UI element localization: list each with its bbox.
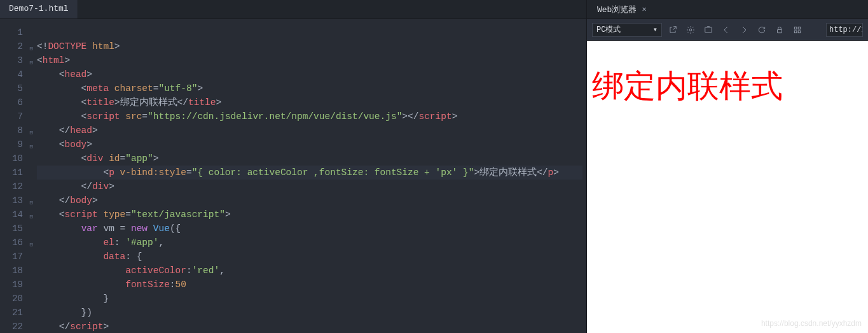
line-number: 4 (0, 67, 27, 81)
code-line: </body> (37, 195, 98, 206)
svg-rect-1 (705, 27, 712, 32)
url-input[interactable]: http://1 (826, 23, 863, 37)
browser-pane: Web浏览器 ✕ PC模式 ▾ http://1 绑定内联样式 https://… (586, 0, 868, 333)
fold-icon[interactable]: ⊟ (30, 42, 33, 56)
gear-icon[interactable] (684, 23, 698, 37)
editor-tab-active[interactable]: Demo7-1.html (0, 0, 78, 18)
line-number: 18 (0, 264, 27, 278)
code-area[interactable]: <!DOCTYPE html> <html> <head> <meta char… (27, 19, 586, 333)
fold-icon[interactable]: ⊟ (30, 140, 33, 154)
line-number: 8⊟ (0, 124, 27, 138)
line-number: 6 (0, 96, 27, 110)
line-number: 16⊟ (0, 236, 27, 250)
fold-icon[interactable]: ⊟ (30, 196, 33, 210)
line-number: 5 (0, 81, 27, 96)
code-line: </div> (37, 181, 114, 192)
watermark: https://blog.csdn.net/yyxhzdm (761, 319, 862, 328)
line-number: 10 (0, 152, 27, 166)
code-line: <script src="https://cdn.jsdelivr.net/np… (37, 111, 457, 122)
code-line: <meta charset="utf-8"> (37, 83, 203, 94)
browser-tab[interactable]: Web浏览器 ✕ (591, 1, 653, 18)
chevron-down-icon: ▾ (653, 25, 658, 34)
fold-icon[interactable]: ⊟ (30, 56, 33, 70)
code-line: <div id="app"> (37, 153, 158, 164)
lock-icon[interactable] (773, 23, 787, 37)
svg-rect-2 (778, 29, 782, 32)
line-number: 22 (0, 320, 27, 333)
line-gutter: 1 2⊟ 3⊟ 4 5 6 7 8⊟ 9⊟ 10 11 12 13⊟ 14⊟ 1… (0, 19, 27, 333)
refresh-icon[interactable] (755, 23, 769, 37)
fold-icon[interactable]: ⊟ (30, 126, 33, 140)
code-line-active: <p v-bind:style="{ color: activeColor ,f… (37, 166, 582, 180)
close-icon[interactable]: ✕ (642, 4, 646, 14)
code-line: }) (37, 308, 92, 318)
code-line: <head> (37, 69, 92, 80)
fold-icon[interactable]: ⊟ (30, 210, 33, 224)
line-number: 3⊟ (0, 53, 27, 67)
svg-rect-5 (794, 31, 797, 33)
code-line: } (37, 294, 109, 304)
svg-point-0 (689, 29, 692, 31)
code-line: fontSize:50 (37, 280, 186, 290)
browser-toolbar: PC模式 ▾ http://1 (587, 19, 868, 41)
preview-text: 绑定内联样式 (592, 65, 868, 108)
mode-select[interactable]: PC模式 ▾ (592, 23, 662, 37)
fold-icon[interactable]: ⊟ (30, 238, 33, 252)
line-number: 14⊟ (0, 208, 27, 222)
open-external-icon[interactable] (666, 23, 680, 37)
code-line: <html> (37, 55, 70, 66)
line-number: 19 (0, 278, 27, 292)
editor-tabbar: Demo7-1.html (0, 0, 586, 19)
code-line: <!DOCTYPE html> (37, 41, 120, 52)
line-number: 20 (0, 292, 27, 306)
code-line: </head> (37, 125, 98, 136)
svg-rect-3 (794, 27, 797, 29)
line-number: 17 (0, 250, 27, 264)
code-line: data: { (37, 252, 142, 262)
line-number: 11 (0, 166, 27, 180)
code-line: <body> (37, 139, 92, 150)
code-line: <title>绑定内联样式</title> (37, 97, 221, 108)
mode-select-label: PC模式 (596, 24, 621, 35)
code-line: var vm = new Vue({ (37, 223, 181, 234)
line-number: 13⊟ (0, 194, 27, 208)
line-number: 15 (0, 222, 27, 236)
svg-rect-6 (798, 31, 801, 33)
svg-rect-4 (798, 27, 801, 29)
line-number: 7 (0, 110, 27, 124)
editor-pane: Demo7-1.html 1 2⊟ 3⊟ 4 5 6 7 8⊟ 9⊟ 10 11… (0, 0, 586, 333)
back-icon[interactable] (719, 23, 733, 37)
line-number: 1 (0, 25, 27, 39)
code-editor[interactable]: 1 2⊟ 3⊟ 4 5 6 7 8⊟ 9⊟ 10 11 12 13⊟ 14⊟ 1… (0, 19, 586, 333)
line-number: 21 (0, 306, 27, 320)
preview-area: 绑定内联样式 https://blog.csdn.net/yyxhzdm (587, 41, 868, 333)
line-number: 9⊟ (0, 138, 27, 152)
browser-tabbar: Web浏览器 ✕ (587, 0, 868, 19)
grid-icon[interactable] (790, 23, 804, 37)
code-line: </script> (37, 322, 109, 332)
browser-tab-label: Web浏览器 (597, 4, 637, 15)
line-number: 2⊟ (0, 39, 27, 53)
code-line: el: '#app', (37, 237, 164, 248)
line-number: 12 (0, 180, 27, 194)
code-line: activeColor:'red', (37, 266, 225, 276)
code-line: <script type="text/javascript"> (37, 209, 231, 220)
screenshot-icon[interactable] (701, 23, 715, 37)
forward-icon[interactable] (737, 23, 751, 37)
